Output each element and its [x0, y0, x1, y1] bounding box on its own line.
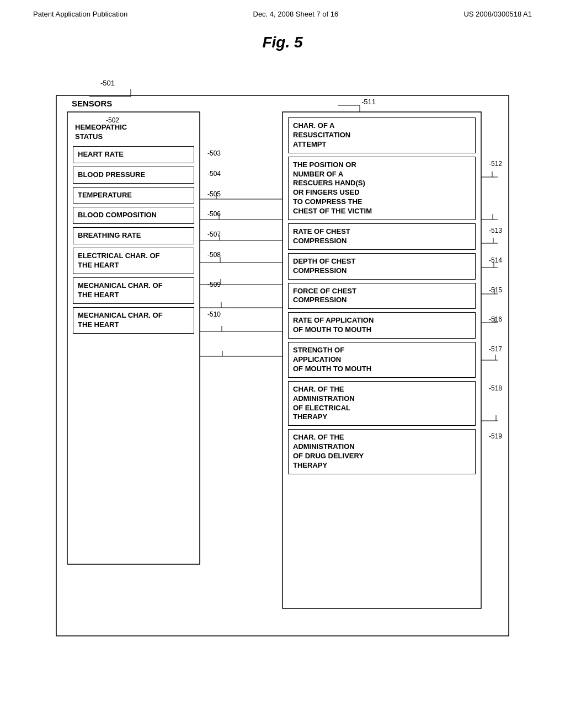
left-item-mechanical2: MECHANICAL CHAR. OFTHE HEART -510: [73, 307, 194, 334]
label-509: -509: [207, 281, 221, 288]
item-box-bloodpressure: BLOOD PRESSURE: [73, 167, 194, 184]
item-box-temperature: TEMPERATURE: [73, 187, 194, 204]
left-item-breathingrate: BREATHING RATE -507: [73, 227, 194, 244]
header-right: US 2008/0300518 A1: [463, 10, 532, 18]
right-item-rate-chest: RATE OF CHESTCOMPRESSION -513: [288, 223, 476, 250]
right-item-drug-therapy: CHAR. OF THEADMINISTRATIONOF DRUG DELIVE…: [288, 429, 476, 474]
left-item-temperature: TEMPERATURE -505: [73, 187, 194, 204]
label-517: -517: [489, 345, 502, 353]
item-box-mechanical1: MECHANICAL CHAR. OFTHE HEART: [73, 277, 194, 304]
diagram-area: -501 SENSORS -511 -502 HEMEOPATHICSTATUS…: [45, 68, 520, 663]
label-511: -511: [361, 98, 376, 106]
label-503: -503: [207, 149, 221, 157]
fig-title: Fig. 5: [0, 34, 565, 51]
right-item-position: THE POSITION ORNUMBER OF ARESCUERS HAND(…: [288, 157, 476, 220]
item-box-position: THE POSITION ORNUMBER OF ARESCUERS HAND(…: [288, 157, 476, 220]
label-505: -505: [207, 190, 221, 198]
page: Patent Application Publication Dec. 4, 2…: [0, 0, 565, 663]
left-item-hemeo: HEMEOPATHICSTATUS: [73, 122, 194, 143]
item-box-rate-m2m: RATE OF APPLICATIONOF MOUTH TO MOUTH: [288, 312, 476, 339]
header-left: Patent Application Publication: [33, 10, 127, 18]
label-506: -506: [207, 210, 221, 218]
label-504: -504: [207, 170, 221, 178]
page-header: Patent Application Publication Dec. 4, 2…: [0, 0, 565, 24]
label-516: -516: [489, 315, 502, 323]
item-box-breathingrate: BREATHING RATE: [73, 227, 194, 244]
item-box-depth-chest: DEPTH OF CHESTCOMPRESSION: [288, 253, 476, 280]
label-518: -518: [489, 384, 502, 392]
item-box-rate-chest: RATE OF CHESTCOMPRESSION: [288, 223, 476, 250]
right-item-resuscitation: CHAR. OF ARESUSCITATIONATTEMPT: [288, 117, 476, 153]
item-box-force-chest: FORCE OF CHESTCOMPRESSION: [288, 283, 476, 309]
label-513: -513: [489, 227, 502, 234]
left-item-bloodpressure: BLOOD PRESSURE -504: [73, 167, 194, 184]
item-box-mechanical2: MECHANICAL CHAR. OFTHE HEART: [73, 307, 194, 334]
item-box-resuscitation: CHAR. OF ARESUSCITATIONATTEMPT: [288, 117, 476, 153]
label-515: -515: [489, 286, 502, 294]
left-column: HEMEOPATHICSTATUS HEART RATE -503 BLOOD …: [73, 122, 194, 337]
label-510: -510: [207, 311, 221, 318]
item-box-electrical-therapy: CHAR. OF THEADMINISTRATIONOF ELECTRICALT…: [288, 381, 476, 426]
header-middle: Dec. 4, 2008 Sheet 7 of 16: [253, 10, 339, 18]
label-508: -508: [207, 251, 221, 259]
item-box-electrical: ELECTRICAL CHAR. OFTHE HEART: [73, 248, 194, 274]
left-item-mechanical1: MECHANICAL CHAR. OFTHE HEART -509: [73, 277, 194, 304]
item-box-drug-therapy: CHAR. OF THEADMINISTRATIONOF DRUG DELIVE…: [288, 429, 476, 474]
item-box-bloodcomp: BLOOD COMPOSITION: [73, 207, 194, 224]
item-box-strength-m2m: STRENGTH OFAPPLICATIONOF MOUTH TO MOUTH: [288, 342, 476, 378]
right-item-strength-m2m: STRENGTH OFAPPLICATIONOF MOUTH TO MOUTH …: [288, 342, 476, 378]
label-501: -501: [100, 79, 115, 87]
label-519: -519: [489, 432, 502, 440]
right-item-force-chest: FORCE OF CHESTCOMPRESSION -515: [288, 283, 476, 309]
right-column: CHAR. OF ARESUSCITATIONATTEMPT THE POSIT…: [288, 117, 476, 478]
right-item-rate-m2m: RATE OF APPLICATIONOF MOUTH TO MOUTH -51…: [288, 312, 476, 339]
label-514: -514: [489, 256, 502, 264]
right-item-electrical-therapy: CHAR. OF THEADMINISTRATIONOF ELECTRICALT…: [288, 381, 476, 426]
sensors-label: SENSORS: [72, 99, 112, 108]
left-item-heartrate: HEART RATE -503: [73, 146, 194, 163]
right-item-depth-chest: DEPTH OF CHESTCOMPRESSION -514: [288, 253, 476, 280]
label-512: -512: [489, 160, 502, 168]
label-507: -507: [207, 231, 221, 238]
left-item-electrical: ELECTRICAL CHAR. OFTHE HEART -508: [73, 248, 194, 274]
left-item-bloodcomp: BLOOD COMPOSITION -506: [73, 207, 194, 224]
item-box-heartrate: HEART RATE: [73, 146, 194, 163]
